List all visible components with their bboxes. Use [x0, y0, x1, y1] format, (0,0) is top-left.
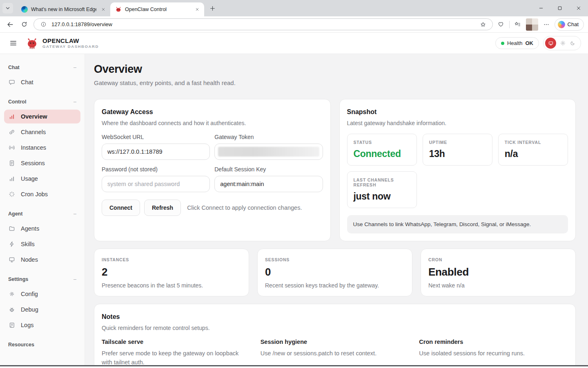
- refresh-button[interactable]: Refresh: [144, 200, 181, 216]
- health-value: OK: [526, 40, 534, 46]
- sidebar-item-label: Overview: [21, 113, 47, 120]
- collapse-icon[interactable]: –: [74, 211, 76, 217]
- collapse-icon[interactable]: –: [74, 276, 76, 282]
- sidebar-section-agent[interactable]: Agent –: [4, 211, 80, 217]
- sidebar-item-cron-jobs[interactable]: Cron Jobs: [4, 187, 80, 201]
- sidebar-section-settings[interactable]: Settings –: [4, 276, 80, 282]
- sidebar-section-chat[interactable]: Chat –: [4, 65, 80, 70]
- status-value: Connected: [354, 148, 410, 159]
- status-tile: STATUS Connected: [347, 134, 417, 166]
- gateway-access-card: Gateway Access Where the dashboard conne…: [94, 99, 331, 241]
- page-title: Overview: [94, 63, 576, 76]
- theme-system-button[interactable]: [545, 38, 556, 49]
- note-text: Use isolated sessions for recurring runs…: [419, 349, 568, 358]
- sidebar-item-logs[interactable]: Logs: [4, 318, 80, 332]
- hamburger-menu-button[interactable]: [7, 37, 19, 49]
- folder-icon: [8, 225, 16, 232]
- sidebar-item-channels[interactable]: Channels: [4, 125, 80, 139]
- tab-strip: What's new in Microsoft Edge OpenClaw Co…: [0, 0, 588, 16]
- cron-stat-card: CRON Enabled Next wake n/a: [421, 249, 576, 296]
- note-tailscale: Tailscale serve Prefer serve mode to kee…: [102, 339, 251, 365]
- token-field-group: Gateway Token: [214, 134, 323, 160]
- uptime-tile: UPTIME 13h: [423, 134, 492, 166]
- refresh-button[interactable]: [18, 18, 30, 31]
- instances-stat-card: INSTANCES 2 Presence beacons in the last…: [94, 249, 249, 296]
- dashboard-header: OPENCLAW GATEWAY DASHBOARD Health OK: [0, 33, 588, 54]
- sessions-value: 0: [265, 266, 405, 278]
- tab-list-button[interactable]: [2, 3, 13, 13]
- tab-openclaw-control[interactable]: OpenClaw Control: [110, 2, 204, 16]
- card-subtitle: Latest gateway handshake information.: [347, 120, 568, 126]
- openclaw-logo: [26, 37, 38, 49]
- copilot-chat-label: Chat: [568, 21, 579, 27]
- close-window-button[interactable]: [569, 0, 588, 16]
- sessions-stat-card: SESSIONS 0 Recent session keys tracked b…: [257, 249, 412, 296]
- chevron-down-icon: [5, 5, 11, 11]
- sidebar-item-skills[interactable]: Skills: [4, 237, 80, 251]
- sidebar: Chat – Chat Control – Overview: [0, 54, 85, 365]
- sidebar-item-usage[interactable]: Usage: [4, 172, 80, 186]
- sidebar-item-debug[interactable]: Debug: [4, 303, 80, 316]
- sidebar-item-instances[interactable]: Instances: [4, 141, 80, 155]
- copilot-icon: [558, 21, 565, 28]
- note-session-hygiene: Session hygiene Use /new or sessions.pat…: [261, 339, 410, 365]
- note-cron-reminders: Cron reminders Use isolated sessions for…: [419, 339, 568, 365]
- close-icon[interactable]: [194, 6, 201, 13]
- favorite-star-icon[interactable]: [478, 20, 488, 29]
- theme-light-button[interactable]: [560, 40, 566, 46]
- favorites-bar-icon[interactable]: [513, 20, 523, 29]
- collapse-icon[interactable]: –: [74, 65, 76, 70]
- sidebar-item-chat[interactable]: Chat: [4, 75, 80, 89]
- stat-label: CRON: [428, 257, 568, 262]
- site-info-icon[interactable]: [38, 20, 48, 29]
- password-input[interactable]: [102, 176, 210, 192]
- edge-icon: [21, 6, 28, 13]
- chat-bubble-icon: [8, 79, 16, 86]
- sidebar-item-overview[interactable]: Overview: [4, 110, 80, 123]
- websocket-url-input[interactable]: [102, 144, 210, 160]
- url-bar[interactable]: 127.0.0.1:18789/overview: [33, 18, 493, 30]
- tab-whats-new[interactable]: What's new in Microsoft Edge: [16, 2, 110, 16]
- sidebar-item-label: Agents: [21, 225, 39, 232]
- sidebar-item-label: Skills: [21, 241, 35, 247]
- cron-value: Enabled: [428, 266, 568, 278]
- health-status-badge: Health OK: [495, 37, 539, 49]
- brand-subtitle: GATEWAY DASHBOARD: [42, 44, 99, 49]
- sidebar-item-label: Chat: [21, 79, 33, 85]
- gateway-token-input[interactable]: [214, 144, 323, 160]
- sidebar-section-resources[interactable]: Resources: [4, 342, 80, 348]
- session-key-input[interactable]: [214, 176, 323, 192]
- close-icon[interactable]: [100, 6, 107, 13]
- sidebar-item-config[interactable]: Config: [4, 287, 80, 301]
- profile-avatar[interactable]: [526, 18, 538, 31]
- bar-chart-icon: [8, 113, 16, 120]
- more-menu-icon[interactable]: [541, 20, 551, 29]
- new-tab-button[interactable]: [207, 2, 218, 14]
- sidebar-section-control[interactable]: Control –: [4, 99, 80, 105]
- url-text[interactable]: 127.0.0.1:18789/overview: [51, 21, 475, 27]
- tab-title: OpenClaw Control: [125, 7, 190, 12]
- notes-card: Notes Quick reminders for remote control…: [94, 304, 576, 365]
- theme-dark-button[interactable]: [570, 40, 576, 46]
- monitor-icon: [8, 256, 16, 263]
- sidebar-item-nodes[interactable]: Nodes: [4, 253, 80, 267]
- copilot-chat-button[interactable]: Chat: [555, 18, 584, 31]
- sidebar-item-sessions[interactable]: Sessions: [4, 156, 80, 170]
- tab-title: What's new in Microsoft Edge: [31, 7, 96, 12]
- maximize-button[interactable]: [550, 0, 569, 16]
- section-label: Agent: [8, 211, 22, 217]
- session-key-label: Default Session Key: [214, 166, 323, 173]
- health-label: Health: [507, 40, 523, 46]
- card-title: Notes: [102, 313, 568, 321]
- page-subtitle: Gateway status, entry points, and a fast…: [94, 79, 576, 86]
- collapse-icon[interactable]: –: [74, 99, 76, 105]
- minimize-button[interactable]: [532, 0, 550, 16]
- browser-essentials-icon[interactable]: [496, 20, 506, 29]
- sidebar-item-agents[interactable]: Agents: [4, 222, 80, 236]
- sidebar-item-label: Nodes: [21, 256, 38, 263]
- back-button[interactable]: [4, 18, 16, 31]
- connect-button[interactable]: Connect: [102, 200, 140, 216]
- sidebar-item-label: Instances: [21, 144, 46, 151]
- note-text: Use /new or sessions.patch to reset cont…: [261, 349, 410, 358]
- last-refresh-value: just now: [354, 191, 410, 202]
